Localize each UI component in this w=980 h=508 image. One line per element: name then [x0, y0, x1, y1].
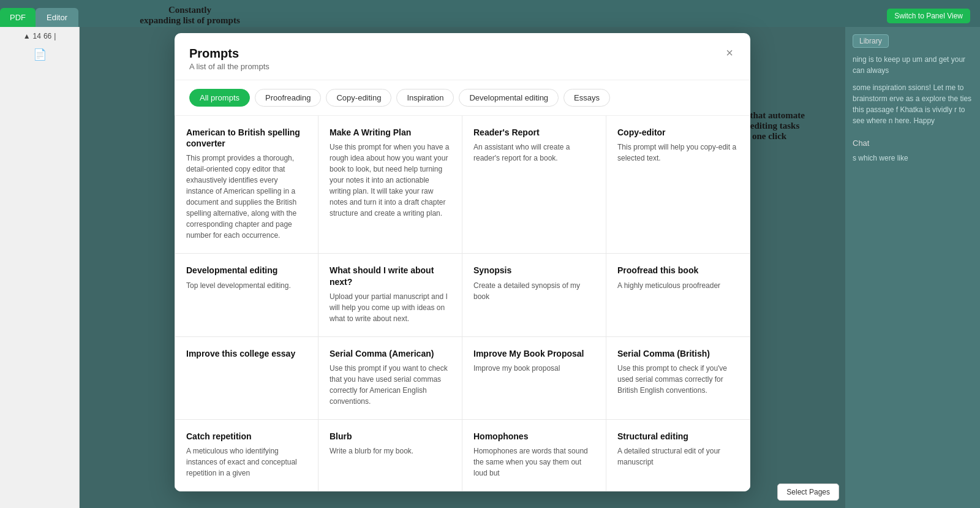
select-pages-button[interactable]: Select Pages [777, 483, 839, 501]
prompt-title-1: Make A Writing Plan [330, 127, 451, 138]
filter-tab-developmental[interactable]: Developmental editing [459, 89, 559, 107]
prompt-desc-14: Homophones are words that sound the same… [473, 445, 595, 479]
modal-subtitle: A list of all the prompts [189, 62, 270, 71]
tab-pdf[interactable]: PDF [0, 8, 36, 27]
prompt-title-7: Proofread this book [617, 265, 739, 276]
sidebar-text-bottom: s which were like [853, 153, 973, 164]
prompt-desc-7: A highly meticulous proofreader [617, 280, 739, 291]
prompt-title-4: Developmental editing [186, 265, 307, 276]
right-sidebar: Library ning is to keep up um and get yo… [845, 27, 980, 508]
page-num-66: 66 [43, 32, 51, 40]
prompt-card-8[interactable]: Improve this college essay [175, 337, 318, 420]
prompts-grid: American to British spelling converter T… [175, 116, 750, 491]
prompt-desc-13: Write a blurb for my book. [330, 445, 451, 457]
prompt-title-13: Blurb [330, 431, 451, 442]
prompt-title-0: American to British spelling converter [186, 127, 307, 149]
prompt-card-12[interactable]: Catch repetition A meticulous who identi… [175, 420, 318, 491]
prompt-title-14: Homophones [473, 431, 595, 442]
filter-tab-inspiration[interactable]: Inspiration [396, 89, 454, 107]
nav-up-icon[interactable]: ▲ [23, 32, 31, 40]
prompt-title-2: Reader's Report [473, 127, 595, 138]
prompt-desc-15: A detailed structural edit of your manus… [617, 445, 739, 468]
prompt-card-3[interactable]: Copy-editor This prompt will help you co… [606, 116, 750, 254]
prompt-card-7[interactable]: Proofread this book A highly meticulous … [606, 254, 750, 336]
filter-tab-proofreading[interactable]: Proofreading [255, 89, 321, 107]
page-numbers: ▲ 14 66 | [23, 32, 56, 40]
prompt-title-6: Synopsis [473, 265, 595, 276]
prompt-card-1[interactable]: Make A Writing Plan Use this prompt for … [318, 116, 462, 254]
modal-header-text: Prompts A list of all the prompts [189, 47, 270, 71]
filter-tab-all[interactable]: All prompts [189, 89, 250, 107]
prompt-desc-0: This prompt provides a thorough, detail-… [186, 153, 307, 241]
prompt-title-3: Copy-editor [617, 127, 739, 138]
prompt-card-9[interactable]: Serial Comma (American) Use this prompt … [318, 337, 462, 420]
sidebar-text-mid: some inspiration ssions! Let me to brain… [853, 82, 973, 126]
sidebar-text-top: ning is to keep up um and get your can a… [853, 54, 973, 76]
prompt-desc-4: Top level developmental editing. [186, 280, 307, 291]
prompt-card-2[interactable]: Reader's Report An assistant who will cr… [462, 116, 606, 254]
document-icon: 📄 [33, 48, 47, 61]
nav-indicator: | [54, 32, 56, 40]
prompt-desc-10: Improve my book proposal [473, 363, 595, 374]
prompt-card-13[interactable]: Blurb Write a blurb for my book. [318, 420, 462, 491]
prompt-card-6[interactable]: Synopsis Create a detailed synopsis of m… [462, 254, 606, 336]
page-num-14: 14 [33, 32, 41, 40]
prompt-title-10: Improve My Book Proposal [473, 348, 595, 359]
top-bar: PDF Editor Switch to Panel View [0, 0, 980, 27]
prompt-title-11: Serial Comma (British) [617, 348, 739, 359]
library-button[interactable]: Library [853, 34, 889, 48]
prompt-card-11[interactable]: Serial Comma (British) Use this prompt t… [606, 337, 750, 420]
prompt-desc-6: Create a detailed synopsis of my book [473, 280, 595, 302]
prompt-desc-2: An assistant who will create a reader's … [473, 142, 595, 164]
filter-tab-copy-editing[interactable]: Copy-editing [326, 89, 391, 107]
prompt-desc-3: This prompt will help you copy-edit a se… [617, 142, 739, 164]
modal-overlay: Prompts A list of all the prompts × All … [80, 27, 845, 508]
prompt-card-10[interactable]: Improve My Book Proposal Improve my book… [462, 337, 606, 420]
filter-tabs-container: All prompts Proofreading Copy-editing In… [175, 80, 750, 116]
prompt-desc-5: Upload your partial manuscript and I wil… [330, 291, 451, 324]
chat-label: Chat [853, 138, 973, 148]
modal-header: Prompts A list of all the prompts × [175, 33, 750, 80]
switch-panel-button[interactable]: Switch to Panel View [887, 9, 970, 23]
prompt-desc-12: A meticulous who identifying instances o… [186, 445, 307, 479]
prompt-card-0[interactable]: American to British spelling converter T… [175, 116, 318, 254]
prompts-modal: Prompts A list of all the prompts × All … [175, 33, 750, 491]
modal-close-button[interactable]: × [723, 47, 736, 59]
prompt-title-8: Improve this college essay [186, 348, 307, 359]
filter-tab-essays[interactable]: Essays [564, 89, 610, 107]
prompt-title-5: What should I write about next? [330, 265, 451, 287]
prompt-title-15: Structural editing [617, 431, 739, 442]
prompt-desc-11: Use this prompt to check if you've used … [617, 363, 739, 396]
prompt-card-5[interactable]: What should I write about next? Upload y… [318, 254, 462, 336]
prompt-card-15[interactable]: Structural editing A detailed structural… [606, 420, 750, 491]
modal-title: Prompts [189, 47, 270, 61]
prompt-desc-9: Use this prompt if you want to check tha… [330, 363, 451, 407]
prompt-title-12: Catch repetition [186, 431, 307, 442]
prompt-title-9: Serial Comma (American) [330, 348, 451, 359]
tab-editor[interactable]: Editor [36, 8, 78, 27]
prompt-desc-1: Use this prompt for when you have a roug… [330, 142, 451, 219]
prompt-card-14[interactable]: Homophones Homophones are words that sou… [462, 420, 606, 491]
left-sidebar: ▲ 14 66 | 📄 [0, 27, 80, 508]
prompt-card-4[interactable]: Developmental editing Top level developm… [175, 254, 318, 336]
